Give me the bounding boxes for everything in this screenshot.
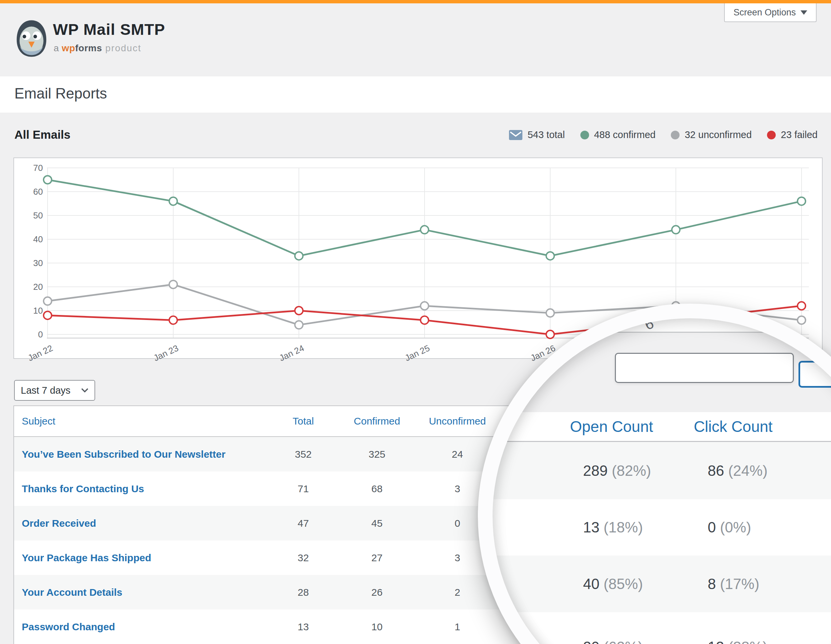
confirmed-value: 325 xyxy=(335,448,419,460)
envelope-icon xyxy=(509,130,522,140)
legend-label: 23 failed xyxy=(781,129,818,140)
y-axis-tick-label: 20 xyxy=(23,282,43,292)
y-axis-tick-label: 70 xyxy=(23,163,43,173)
confirmed-value: 10 xyxy=(335,621,419,633)
y-axis-tick-label: 60 xyxy=(23,187,43,197)
accent-top-bar xyxy=(0,0,831,3)
click-count-value: 8 (17%) xyxy=(708,576,759,592)
legend-label: 488 confirmed xyxy=(594,129,656,140)
dot-icon xyxy=(580,131,589,139)
lens-axis-label-fragment: 6 xyxy=(642,315,656,333)
column-header-total[interactable]: Total xyxy=(271,415,335,427)
open-count-value: 13 (18%) xyxy=(583,519,643,536)
subject-link[interactable]: Order Received xyxy=(22,518,271,529)
total-value: 352 xyxy=(271,448,335,460)
period-select-value: Last 7 days xyxy=(21,385,70,396)
unconfirmed-value: 24 xyxy=(419,448,496,460)
section-title: All Emails xyxy=(14,128,70,142)
tagline-wp: wp xyxy=(62,43,75,53)
dot-icon xyxy=(671,131,680,139)
legend-item: 32 unconfirmed xyxy=(671,129,751,140)
total-value: 47 xyxy=(271,518,335,529)
total-value: 71 xyxy=(271,483,335,495)
column-header-open-count: Open Count xyxy=(570,412,653,441)
y-axis-tick-label: 0 xyxy=(23,329,43,339)
open-count-value: 40 (85%) xyxy=(583,576,643,592)
subject-link[interactable]: Thanks for Contacting Us xyxy=(22,483,271,495)
dot-icon xyxy=(767,131,776,139)
total-value: 28 xyxy=(271,587,335,598)
lens-table-area: Open Count Click Count 289 (82%)86 (24%)… xyxy=(493,412,831,644)
tagline-product: product xyxy=(102,43,142,53)
column-header-confirmed[interactable]: Confirmed xyxy=(335,415,419,427)
page-title: Email Reports xyxy=(14,85,107,102)
lens-table-row: 13 (18%)0 (0%) xyxy=(493,499,831,555)
screen-options-label: Screen Options xyxy=(734,7,796,18)
unconfirmed-value: 1 xyxy=(419,621,496,633)
click-count-value: 12 (38%) xyxy=(708,639,768,644)
chevron-down-icon xyxy=(801,10,807,15)
click-count-value: 0 (0%) xyxy=(708,519,751,536)
screen-options-button[interactable]: Screen Options xyxy=(724,3,817,22)
legend-label: 32 unconfirmed xyxy=(685,129,751,140)
legend-item: 23 failed xyxy=(767,129,818,140)
search-input-magnified xyxy=(615,353,794,383)
subject-link[interactable]: Your Package Has Shipped xyxy=(22,552,271,564)
click-count-value: 86 (24%) xyxy=(708,463,768,479)
tagline-forms: forms xyxy=(75,43,102,53)
subject-link[interactable]: Password Changed xyxy=(22,621,271,633)
lens-table-row: 289 (82%)86 (24%) xyxy=(493,442,831,499)
open-count-value: 289 (82%) xyxy=(583,463,651,479)
total-value: 13 xyxy=(271,621,335,633)
total-value: 32 xyxy=(271,552,335,564)
legend-item: 543 total xyxy=(509,129,565,140)
search-button-magnified xyxy=(799,361,831,388)
lens-table-row: 40 (85%)8 (17%) xyxy=(493,555,831,612)
chevron-down-icon xyxy=(81,388,88,393)
column-header-subject[interactable]: Subject xyxy=(22,415,271,427)
subject-link[interactable]: You’ve Been Subscribed to Our Newsletter xyxy=(22,448,271,460)
confirmed-value: 68 xyxy=(335,483,419,495)
y-axis-tick-label: 50 xyxy=(23,210,43,221)
column-header-unconfirmed[interactable]: Unconfirmed xyxy=(419,415,496,427)
page-title-band: Email Reports xyxy=(0,76,831,113)
subject-link[interactable]: Your Account Details xyxy=(22,587,271,598)
email-reports-page: WP Mail SMTP a wpforms product Screen Op… xyxy=(0,0,831,644)
legend-label: 543 total xyxy=(527,129,565,140)
y-axis-tick-label: 10 xyxy=(23,305,43,316)
tagline-a: a xyxy=(54,43,62,53)
column-header-click-count: Click Count xyxy=(694,412,772,441)
y-axis-tick-label: 40 xyxy=(23,234,43,244)
open-count-value: 20 (62%) xyxy=(583,639,643,644)
legend-item: 488 confirmed xyxy=(580,129,656,140)
wp-mail-smtp-pigeon-logo-icon xyxy=(14,19,49,58)
brand-tagline: a wpforms product xyxy=(54,43,142,54)
chart-legend: 543 total488 confirmed32 unconfirmed23 f… xyxy=(509,129,818,140)
unconfirmed-value: 2 xyxy=(419,587,496,598)
confirmed-value: 26 xyxy=(335,587,419,598)
lens-table-row: 20 (62%)12 (38%) xyxy=(493,612,831,644)
period-select[interactable]: Last 7 days xyxy=(14,380,95,401)
confirmed-value: 45 xyxy=(335,518,419,529)
confirmed-value: 27 xyxy=(335,552,419,564)
app-title: WP Mail SMTP xyxy=(53,20,165,38)
y-axis-tick-label: 30 xyxy=(23,258,43,268)
